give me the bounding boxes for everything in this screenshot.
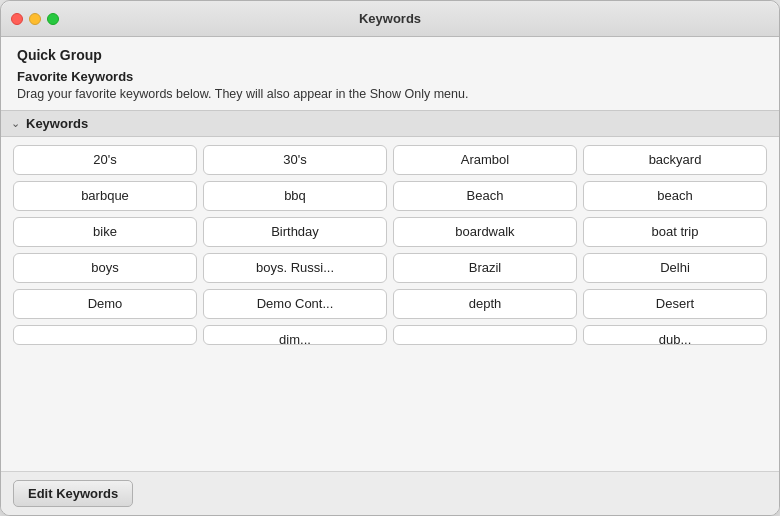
favorite-keywords-title: Favorite Keywords [17, 69, 763, 84]
keyword-button[interactable]: 30's [203, 145, 387, 175]
keyword-button[interactable]: beach [583, 181, 767, 211]
keyword-button-partial[interactable]: dub... [583, 325, 767, 345]
keyword-button[interactable]: boat trip [583, 217, 767, 247]
favorite-keywords-desc: Drag your favorite keywords below. They … [17, 86, 763, 104]
keyword-button[interactable]: Demo Cont... [203, 289, 387, 319]
close-button[interactable] [11, 13, 23, 25]
keyword-button-partial[interactable] [13, 325, 197, 345]
keyword-button-partial[interactable] [393, 325, 577, 345]
quick-group-section: Quick Group Favorite Keywords Drag your … [1, 37, 779, 110]
keyword-button[interactable]: barbque [13, 181, 197, 211]
window-title: Keywords [359, 11, 421, 26]
keyword-button[interactable]: 20's [13, 145, 197, 175]
traffic-lights [11, 13, 59, 25]
main-content: Quick Group Favorite Keywords Drag your … [1, 37, 779, 515]
keywords-window: Keywords Quick Group Favorite Keywords D… [0, 0, 780, 516]
keyword-button[interactable]: boys. Russi... [203, 253, 387, 283]
keyword-button[interactable]: Arambol [393, 145, 577, 175]
keyword-button[interactable]: boys [13, 253, 197, 283]
keyword-button[interactable]: Brazil [393, 253, 577, 283]
keywords-section-label: Keywords [26, 116, 88, 131]
keyword-button[interactable]: Demo [13, 289, 197, 319]
keyword-button[interactable]: Delhi [583, 253, 767, 283]
keyword-button[interactable]: bbq [203, 181, 387, 211]
keyword-button[interactable]: bike [13, 217, 197, 247]
maximize-button[interactable] [47, 13, 59, 25]
keywords-section-header: ⌄ Keywords [1, 110, 779, 137]
partial-row: dim...dub... [13, 325, 767, 345]
keyword-button[interactable]: Desert [583, 289, 767, 319]
quick-group-title: Quick Group [17, 47, 763, 63]
minimize-button[interactable] [29, 13, 41, 25]
footer: Edit Keywords [1, 471, 779, 515]
keyword-button[interactable]: Beach [393, 181, 577, 211]
keyword-button[interactable]: boardwalk [393, 217, 577, 247]
keyword-button[interactable]: depth [393, 289, 577, 319]
edit-keywords-button[interactable]: Edit Keywords [13, 480, 133, 507]
keyword-button-partial[interactable]: dim... [203, 325, 387, 345]
keywords-grid-container: 20's30'sArambolbackyardbarbquebbqBeachbe… [1, 137, 779, 472]
keywords-grid: 20's30'sArambolbackyardbarbquebbqBeachbe… [13, 145, 767, 319]
keyword-button[interactable]: Birthday [203, 217, 387, 247]
keyword-button[interactable]: backyard [583, 145, 767, 175]
title-bar: Keywords [1, 1, 779, 37]
chevron-icon: ⌄ [11, 117, 20, 130]
